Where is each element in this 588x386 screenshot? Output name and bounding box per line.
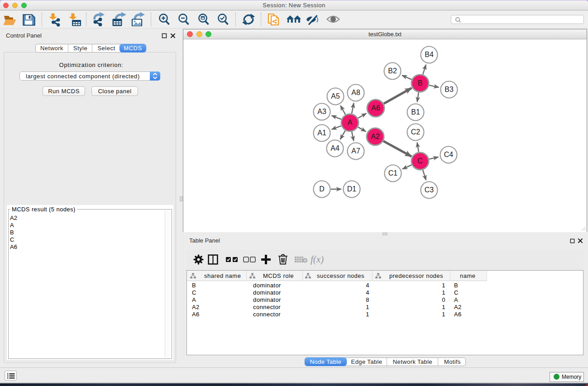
svg-text:C3: C3: [424, 186, 434, 194]
svg-text:C: C: [417, 157, 423, 165]
svg-text:A6: A6: [371, 104, 380, 112]
svg-text:B4: B4: [425, 51, 434, 58]
svg-text:B3: B3: [445, 86, 454, 93]
svg-text:A5: A5: [331, 92, 340, 100]
svg-text:C1: C1: [388, 169, 397, 177]
svg-text:C2: C2: [411, 128, 420, 136]
svg-text:B2: B2: [388, 67, 397, 75]
svg-text:B: B: [417, 79, 422, 87]
svg-text:C4: C4: [444, 151, 453, 158]
svg-text:A3: A3: [317, 108, 326, 115]
svg-text:B1: B1: [411, 108, 420, 116]
svg-text:D: D: [319, 185, 325, 193]
svg-text:D1: D1: [347, 185, 356, 193]
svg-text:A1: A1: [317, 129, 326, 137]
svg-text:A2: A2: [371, 133, 380, 140]
svg-text:A: A: [347, 119, 352, 126]
svg-text:A7: A7: [351, 147, 360, 155]
svg-text:A4: A4: [330, 144, 339, 152]
svg-text:A8: A8: [351, 89, 360, 96]
